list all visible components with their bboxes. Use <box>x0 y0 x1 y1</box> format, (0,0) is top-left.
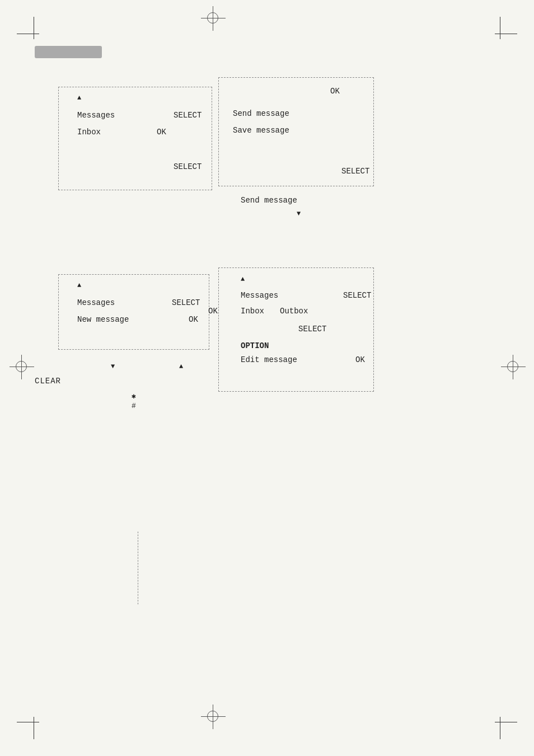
arrow-up-panel4 <box>241 275 245 283</box>
panel3-select[interactable]: SELECT <box>172 298 200 307</box>
panel1-select-1[interactable]: SELECT <box>174 111 202 120</box>
hash-symbol-1: ✱ <box>132 392 136 401</box>
crop-mark-tr-v <box>500 17 500 39</box>
arrow-up-panel1 <box>77 94 81 102</box>
crop-mark-br-v <box>500 717 500 739</box>
panel2-ok-top[interactable]: OK <box>330 87 340 96</box>
panel4-outbox-label: Outbox <box>280 307 308 316</box>
panel4-inbox-label: Inbox <box>241 307 264 316</box>
crosshair-left <box>16 361 27 372</box>
send-message-below: Send message <box>241 196 297 205</box>
vertical-dashed-line <box>138 532 138 604</box>
crop-mark-tr-h <box>495 34 517 34</box>
crop-mark-bl-v <box>34 717 34 739</box>
panel4-edit-ok[interactable]: OK <box>355 355 365 364</box>
panel2-save-message: Save message <box>233 126 289 135</box>
crop-mark-tl-v <box>34 17 34 39</box>
crosshair-right <box>507 361 518 372</box>
arrow-down-2 <box>111 363 115 370</box>
panel1-select-2[interactable]: SELECT <box>174 162 202 171</box>
panel1-ok-1[interactable]: OK <box>157 128 166 137</box>
arrow-up-2 <box>179 363 183 370</box>
top-bar <box>35 46 102 58</box>
panel1-inbox-label: Inbox <box>77 128 101 137</box>
panel3-messages-label: Messages <box>77 298 115 307</box>
crop-mark-bl-h <box>17 722 39 722</box>
panel4-select-mid[interactable]: SELECT <box>298 325 326 334</box>
crosshair-bottom <box>207 711 218 722</box>
panel1-messages-label: Messages <box>77 111 115 120</box>
panel4-option-label: OPTION <box>241 341 269 350</box>
panel-top-left <box>58 87 212 190</box>
panel-bottom-right <box>218 267 374 392</box>
crop-mark-tl-h <box>17 34 39 34</box>
panel4-ok-left[interactable]: OK <box>208 307 218 316</box>
panel2-send-message: Send message <box>233 109 289 118</box>
arrow-down-1 <box>297 210 301 218</box>
panel4-select-top[interactable]: SELECT <box>343 291 371 300</box>
clear-label: CLEAR <box>35 377 61 386</box>
arrow-up-panel3 <box>77 281 81 289</box>
hash-symbol-2: # <box>132 402 136 410</box>
panel3-ok[interactable]: OK <box>189 315 198 324</box>
panel2-select[interactable]: SELECT <box>341 167 369 176</box>
panel4-messages-label: Messages <box>241 291 278 300</box>
crop-mark-br-h <box>495 722 517 722</box>
panel4-edit-message: Edit message <box>241 355 297 364</box>
crosshair-top <box>207 12 218 24</box>
panel3-new-message-label: New message <box>77 315 129 324</box>
